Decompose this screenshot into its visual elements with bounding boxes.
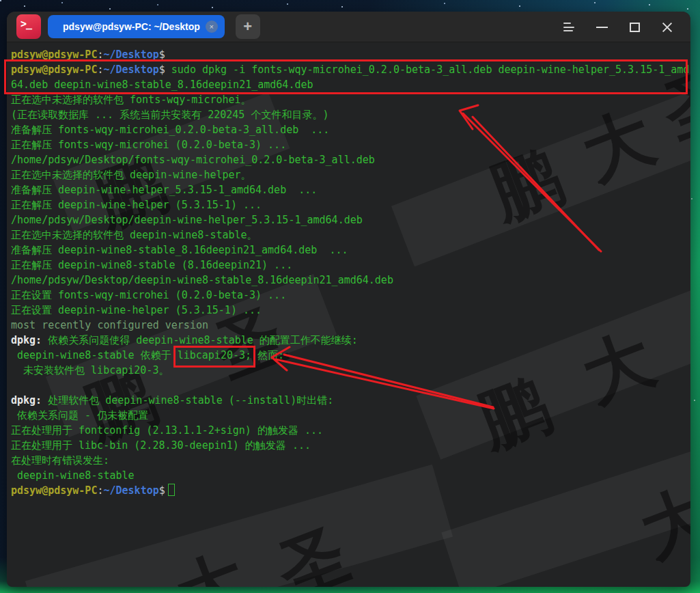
terminal-line: 准备解压 deepin-wine-helper_5.3.15-1_amd64.d… bbox=[11, 182, 690, 197]
terminal-line: 在处理时有错误发生: bbox=[11, 453, 690, 468]
terminal-line: 正在选中未选择的软件包 fonts-wqy-microhei。 bbox=[11, 92, 690, 107]
terminal-line: 正在解压 deepin-wine8-stable (8.16deepin21) … bbox=[11, 258, 690, 273]
new-tab-button[interactable]: + bbox=[236, 14, 260, 39]
terminal-line: 准备解压 deepin-wine8-stable_8.16deepin21_am… bbox=[11, 243, 690, 258]
terminal-line: (正在读取数据库 ... 系统当前共安装有 220245 个文件和目录。) bbox=[11, 107, 690, 122]
terminal-line: pdsyw@pdsyw-PC:~/Desktop$ sudo dpkg -i f… bbox=[11, 62, 690, 77]
maximize-icon bbox=[630, 23, 640, 32]
star-dots bbox=[0, 0, 1, 1]
watermark-char: 圣 bbox=[268, 519, 356, 587]
terminal-screen[interactable]: 鹏鹏大圣圣鹏大鹏大圣鹏大鹏 pdsyw@pdsyw-PC:~/Desktop$p… bbox=[7, 43, 690, 587]
tab-title: pdsyw@pdsyw-PC: ~/Desktop bbox=[63, 21, 200, 32]
terminal-line: 正在解压 fonts-wqy-microhei (0.2.0-beta-3) .… bbox=[11, 137, 690, 152]
terminal-output: pdsyw@pdsyw-PC:~/Desktop$pdsyw@pdsyw-PC:… bbox=[11, 47, 690, 498]
terminal-line: 正在处理用于 libc-bin (2.28.30-deepin1) 的触发器 .… bbox=[11, 438, 690, 453]
terminal-line: pdsyw@pdsyw-PC:~/Desktop$ bbox=[11, 47, 690, 62]
terminal-line: 64.deb deepin-wine8-stable_8.16deepin21_… bbox=[11, 77, 690, 92]
terminal-line: dpkg: 处理软件包 deepin-wine8-stable (--insta… bbox=[11, 393, 690, 408]
terminal-line: deepin-wine8-stable bbox=[11, 468, 690, 483]
terminal-line: 正在解压 deepin-wine-helper (5.3.15-1) ... bbox=[11, 197, 690, 212]
terminal-line: 未安装软件包 libcapi20-3。 bbox=[11, 363, 690, 378]
hamburger-menu-icon bbox=[563, 23, 574, 31]
terminal-window: >_ pdsyw@pdsyw-PC: ~/Desktop × + bbox=[7, 12, 690, 587]
close-icon bbox=[662, 22, 673, 33]
terminal-line: 正在处理用于 fontconfig (2.13.1.1-2+sign) 的触发器… bbox=[11, 423, 690, 438]
terminal-app-icon: >_ bbox=[16, 14, 41, 39]
terminal-line: 正在设置 deepin-wine-helper (5.3.15-1) ... bbox=[11, 303, 690, 318]
terminal-line: most recently configured version bbox=[11, 318, 690, 333]
terminal-line: pdsyw@pdsyw-PC:~/Desktop$ bbox=[11, 483, 690, 498]
terminal-tab[interactable]: pdsyw@pdsyw-PC: ~/Desktop × bbox=[48, 15, 225, 38]
minimize-button[interactable] bbox=[585, 12, 618, 42]
terminal-line: 正在设置 fonts-wqy-microhei (0.2.0-beta-3) .… bbox=[11, 288, 690, 303]
terminal-line: 正在选中未选择的软件包 deepin-wine8-stable。 bbox=[11, 227, 690, 243]
terminal-line: 准备解压 fonts-wqy-microhei_0.2.0-beta-3_all… bbox=[11, 122, 690, 137]
menu-button[interactable] bbox=[552, 12, 585, 42]
watermark-char: 鹏 bbox=[73, 581, 161, 587]
terminal-line: 正在选中未选择的软件包 deepin-wine-helper。 bbox=[11, 167, 690, 182]
maximize-button[interactable] bbox=[618, 12, 651, 42]
terminal-cursor bbox=[168, 484, 175, 496]
minimize-icon bbox=[596, 27, 608, 28]
terminal-line: /home/pdsyw/Desktop/deepin-wine-helper_5… bbox=[11, 212, 690, 227]
watermark-char: 鹏 bbox=[471, 579, 559, 587]
terminal-line: /home/pdsyw/Desktop/deepin-wine8-stable_… bbox=[11, 273, 690, 288]
window-controls bbox=[552, 12, 684, 42]
tab-close-icon[interactable]: × bbox=[206, 20, 218, 33]
terminal-line bbox=[11, 378, 690, 393]
titlebar: >_ pdsyw@pdsyw-PC: ~/Desktop × + bbox=[7, 12, 690, 42]
watermark-char: 大 bbox=[167, 544, 255, 587]
terminal-line: 依赖关系问题 - 仍未被配置 bbox=[11, 408, 690, 423]
terminal-line: /home/pdsyw/Desktop/fonts-wqy-microhei_0… bbox=[11, 152, 690, 167]
terminal-line: dpkg: 依赖关系问题使得 deepin-wine8-stable 的配置工作… bbox=[11, 333, 690, 348]
terminal-line: deepin-wine8-stable 依赖于 libcapi20-3; 然而: bbox=[11, 348, 690, 363]
close-button[interactable] bbox=[651, 12, 684, 42]
